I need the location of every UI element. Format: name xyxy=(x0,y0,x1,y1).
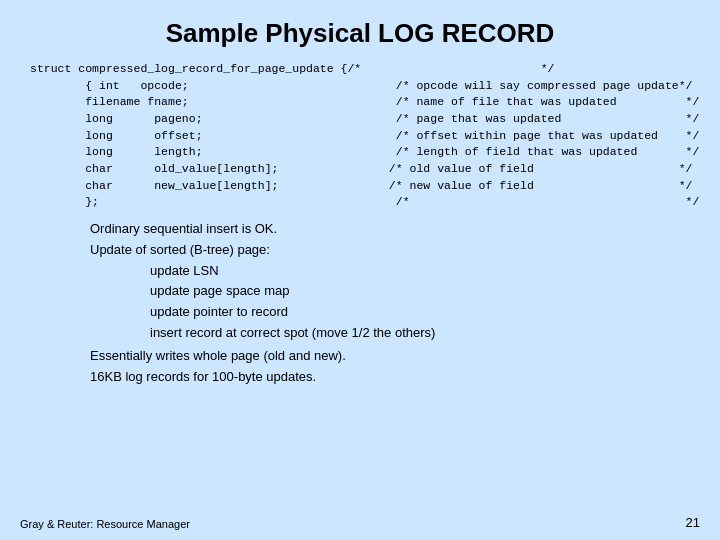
footer-label: Gray & Reuter: Resource Manager xyxy=(20,518,190,530)
text-line4: 16KB log records for 100-byte updates. xyxy=(90,367,690,388)
code-line-opcode: { int opcode; /* opcode will say compres… xyxy=(30,78,690,95)
struct-header-text: struct compressed_log_record_for_page_up… xyxy=(30,61,555,78)
text-line2: Update of sorted (B-tree) page: xyxy=(90,240,690,261)
text-sub4: insert record at correct spot (move 1/2 … xyxy=(150,323,690,344)
text-line3: Essentially writes whole page (old and n… xyxy=(90,346,690,367)
slide-title: Sample Physical LOG RECORD xyxy=(30,18,690,49)
code-block: struct compressed_log_record_for_page_up… xyxy=(30,61,690,211)
code-line-old-value: char old_value[length]; /* old value of … xyxy=(30,161,690,178)
text-sub2: update page space map xyxy=(150,281,690,302)
code-line-close: }; /* */ xyxy=(30,194,690,211)
code-line-offset: long offset; /* offset within page that … xyxy=(30,128,690,145)
text-sub1: update LSN xyxy=(150,261,690,282)
code-line-pageno: long pageno; /* page that was updated */ xyxy=(30,111,690,128)
struct-header-line: struct compressed_log_record_for_page_up… xyxy=(30,61,690,78)
code-line-filename: filename fname; /* name of file that was… xyxy=(30,94,690,111)
text-block: Ordinary sequential insert is OK. Update… xyxy=(40,219,690,387)
code-line-length: long length; /* length of field that was… xyxy=(30,144,690,161)
slide: Sample Physical LOG RECORD struct compre… xyxy=(0,0,720,540)
text-line1: Ordinary sequential insert is OK. xyxy=(90,219,690,240)
text-sub3: update pointer to record xyxy=(150,302,690,323)
code-line-new-value: char new_value[length]; /* new value of … xyxy=(30,178,690,195)
page-number: 21 xyxy=(686,515,700,530)
